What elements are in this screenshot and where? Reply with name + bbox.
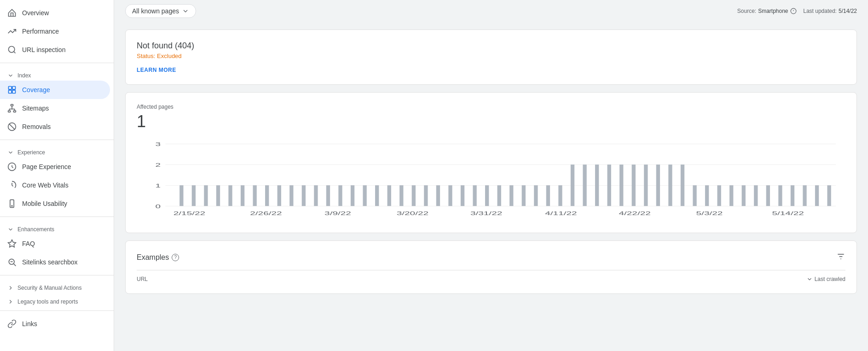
- svg-rect-71: [632, 164, 636, 206]
- svg-rect-52: [399, 185, 403, 206]
- sidebar-item-links-label: Links: [22, 320, 37, 328]
- svg-text:5/14/22: 5/14/22: [772, 211, 804, 216]
- svg-marker-19: [8, 240, 16, 247]
- section-security[interactable]: Security & Manual Actions: [0, 279, 114, 293]
- coverage-icon: [7, 85, 17, 94]
- svg-rect-72: [644, 164, 648, 206]
- svg-rect-74: [668, 164, 672, 206]
- svg-rect-42: [278, 185, 281, 206]
- sort-down-icon: [806, 276, 813, 282]
- divider-2: [0, 140, 114, 140]
- svg-text:1: 1: [155, 183, 161, 189]
- index-section-label: Index: [17, 72, 31, 79]
- svg-rect-53: [412, 185, 416, 206]
- header-left: All known pages: [125, 4, 196, 18]
- svg-rect-38: [228, 185, 232, 206]
- svg-rect-56: [448, 185, 452, 206]
- status-value: Excluded: [157, 53, 181, 59]
- source-label: Source:: [737, 8, 756, 14]
- affected-count: 1: [137, 112, 845, 131]
- sidebar-item-core-web-vitals[interactable]: Core Web Vitals: [0, 176, 110, 194]
- sidebar-item-sitemaps[interactable]: Sitemaps: [0, 99, 110, 117]
- svg-text:3/20/22: 3/20/22: [397, 211, 428, 216]
- svg-rect-8: [13, 111, 16, 112]
- sidebar-item-url-inspection[interactable]: URL inspection: [0, 41, 110, 59]
- sidebar-item-mobile-usability-label: Mobile Usability: [22, 200, 67, 207]
- examples-header: Examples ?: [137, 252, 845, 263]
- examples-help-icon[interactable]: ?: [172, 254, 179, 261]
- divider-3: [0, 216, 114, 217]
- sidebar-item-sitelinks-searchbox[interactable]: Sitelinks searchbox: [0, 253, 110, 271]
- svg-text:4/11/22: 4/11/22: [545, 211, 577, 216]
- svg-rect-45: [314, 185, 318, 206]
- section-legacy[interactable]: Legacy tools and reports: [0, 293, 114, 307]
- sidebar-item-overview-label: Overview: [22, 9, 49, 17]
- sidebar-item-coverage[interactable]: Coverage: [0, 81, 110, 99]
- svg-text:2/15/22: 2/15/22: [174, 211, 205, 216]
- header-bar: All known pages Source: Smartphone Last …: [114, 0, 868, 22]
- learn-more-link[interactable]: LEARN MORE: [137, 67, 176, 73]
- sidebar-item-overview[interactable]: Overview: [0, 4, 110, 22]
- svg-rect-66: [571, 164, 574, 206]
- section-index[interactable]: Index: [0, 67, 114, 81]
- svg-rect-35: [192, 185, 196, 206]
- svg-rect-40: [253, 185, 256, 206]
- svg-rect-57: [461, 185, 464, 206]
- search-icon: [7, 45, 17, 54]
- experience-section-label: Experience: [17, 149, 45, 156]
- chevron-down-icon: [182, 7, 189, 15]
- legacy-section-label: Legacy tools and reports: [17, 298, 78, 305]
- sidebar-item-performance[interactable]: Performance: [0, 22, 110, 41]
- enhancements-section-label: Enhancements: [17, 226, 54, 233]
- svg-rect-50: [375, 185, 379, 206]
- svg-rect-75: [681, 164, 684, 206]
- header-right: Source: Smartphone Last updated: 5/14/22: [737, 8, 857, 14]
- sidebar-item-mobile-usability[interactable]: Mobile Usability: [0, 194, 110, 213]
- svg-rect-43: [289, 185, 293, 206]
- svg-rect-63: [534, 185, 538, 206]
- page-experience-icon: [7, 162, 17, 171]
- sidebar-item-faq[interactable]: FAQ: [0, 234, 110, 253]
- sidebar-item-core-web-vitals-label: Core Web Vitals: [22, 181, 69, 189]
- section-enhancements[interactable]: Enhancements: [0, 221, 114, 234]
- divider-4: [0, 275, 114, 275]
- svg-text:5/3/22: 5/3/22: [696, 211, 723, 216]
- svg-rect-86: [815, 185, 819, 206]
- svg-rect-47: [338, 185, 342, 206]
- chart-container: 3 2 1 0 2/15/22 2/26/22 3/9/22 3/20/22 3…: [137, 139, 845, 222]
- links-icon: [7, 319, 17, 328]
- sidebar-item-faq-label: FAQ: [22, 240, 35, 247]
- last-crawled-column-header[interactable]: Last crawled: [806, 276, 845, 282]
- svg-point-0: [9, 47, 15, 53]
- svg-rect-76: [693, 185, 696, 206]
- svg-line-14: [9, 124, 15, 129]
- svg-rect-80: [742, 185, 746, 206]
- status-prefix: Status:: [137, 53, 155, 59]
- svg-rect-60: [498, 185, 501, 206]
- help-icon[interactable]: [790, 8, 797, 14]
- sidebar-item-links[interactable]: Links: [0, 315, 110, 333]
- filter-icon[interactable]: [836, 252, 845, 263]
- svg-rect-62: [522, 185, 526, 206]
- sitemaps-icon: [7, 104, 17, 113]
- sidebar-item-page-experience[interactable]: Page Experience: [0, 158, 110, 176]
- svg-rect-58: [473, 185, 476, 206]
- filter-button[interactable]: All known pages: [125, 4, 196, 18]
- last-updated-value: 5/14/22: [839, 8, 857, 14]
- svg-rect-78: [717, 185, 721, 206]
- svg-rect-46: [326, 185, 330, 206]
- sitelinks-icon: [7, 257, 17, 267]
- examples-title-text: Examples: [137, 253, 169, 262]
- svg-text:2/26/22: 2/26/22: [250, 211, 282, 216]
- svg-rect-82: [766, 185, 770, 206]
- section-experience[interactable]: Experience: [0, 144, 114, 158]
- svg-rect-61: [509, 185, 513, 206]
- url-column-header: URL: [137, 276, 148, 282]
- svg-rect-81: [754, 185, 758, 206]
- chart-card: Affected pages 1 3 2 1 0: [125, 92, 857, 233]
- svg-rect-84: [791, 185, 794, 206]
- sidebar-item-removals[interactable]: Removals: [0, 117, 110, 136]
- svg-text:2: 2: [155, 162, 161, 168]
- svg-rect-2: [9, 87, 12, 90]
- table-header: URL Last crawled: [137, 270, 845, 282]
